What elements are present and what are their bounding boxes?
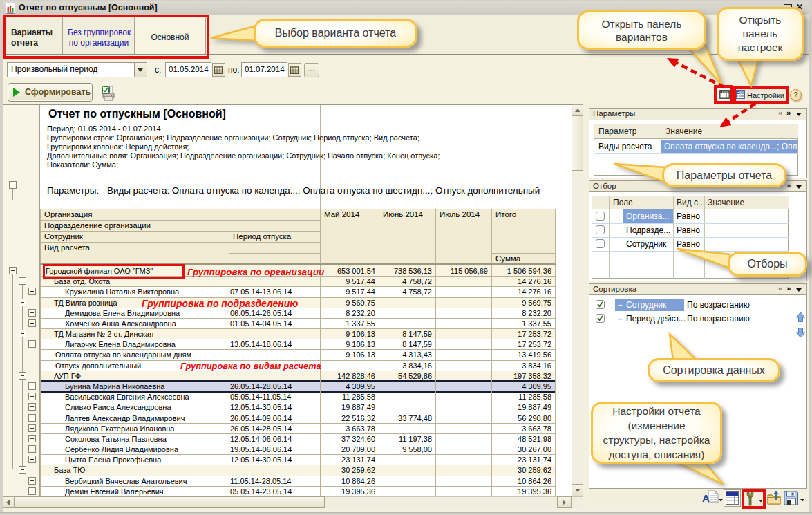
svg-text:A: A: [702, 492, 710, 504]
